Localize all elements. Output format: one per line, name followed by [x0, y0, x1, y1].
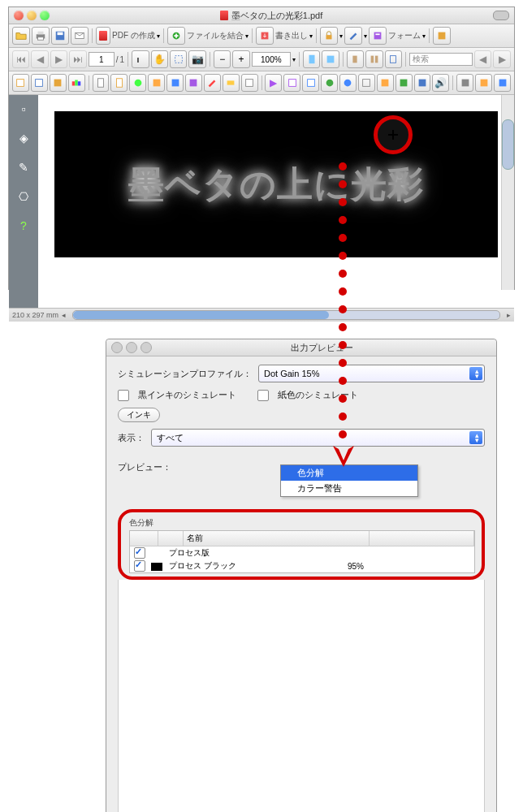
- t3-b12[interactable]: [223, 74, 240, 92]
- mail-button[interactable]: [71, 27, 89, 45]
- t3-b6[interactable]: [110, 74, 128, 92]
- save-button[interactable]: [51, 27, 69, 45]
- t3-b1[interactable]: [12, 74, 29, 92]
- table-row[interactable]: プロセス ブラック 95%: [130, 559, 474, 572]
- process-black-checkbox[interactable]: [134, 560, 145, 572]
- sign-icon[interactable]: ✎: [16, 160, 31, 175]
- help-icon[interactable]: ?: [16, 218, 31, 233]
- svg-rect-18: [391, 56, 396, 63]
- minimize-icon[interactable]: [27, 11, 37, 20]
- svg-rect-16: [370, 56, 374, 63]
- layers-icon[interactable]: ◈: [16, 131, 31, 145]
- view-button-3[interactable]: [385, 50, 402, 68]
- t3-b17[interactable]: [321, 74, 338, 92]
- t3-b3[interactable]: [50, 74, 67, 92]
- dropdown-color-warning[interactable]: カラー警告: [281, 481, 417, 496]
- t3-b18[interactable]: [339, 74, 357, 92]
- t3-b16[interactable]: [302, 74, 319, 92]
- svg-rect-2: [38, 37, 44, 41]
- svg-rect-14: [327, 56, 335, 63]
- svg-rect-24: [78, 81, 81, 85]
- select-tool-button[interactable]: I: [132, 50, 149, 68]
- t3-b9[interactable]: [166, 74, 184, 92]
- create-pdf-button[interactable]: [96, 27, 110, 45]
- t3-b4[interactable]: [68, 74, 85, 92]
- t3-b10[interactable]: [185, 74, 202, 92]
- t3-b24[interactable]: [456, 74, 473, 92]
- print-button[interactable]: [32, 27, 50, 45]
- paper-color-checkbox[interactable]: [257, 390, 269, 401]
- panel-minimize-icon[interactable]: [126, 342, 137, 353]
- prev-page-button[interactable]: ◀: [31, 50, 48, 68]
- t3-b22[interactable]: [414, 74, 431, 92]
- search-prev-button[interactable]: ◀: [474, 50, 491, 68]
- export-button[interactable]: [256, 27, 274, 45]
- svg-rect-42: [480, 80, 487, 87]
- search-next-button[interactable]: ▶: [493, 50, 510, 68]
- zoom-input[interactable]: [252, 52, 291, 67]
- sim-profile-select[interactable]: Dot Gain 15%▴▾: [258, 365, 485, 382]
- open-button[interactable]: [12, 27, 30, 45]
- t3-b21[interactable]: [395, 74, 413, 92]
- t3-b2[interactable]: [31, 74, 48, 92]
- fit-button-2[interactable]: [322, 50, 339, 68]
- t3-b15[interactable]: [283, 74, 300, 92]
- fit-button-1[interactable]: [303, 50, 320, 68]
- t3-b7[interactable]: [129, 74, 146, 92]
- extra-button[interactable]: [433, 27, 451, 45]
- lock-button[interactable]: [320, 27, 338, 45]
- t3-b13[interactable]: [241, 74, 258, 92]
- snapshot-button[interactable]: 📷: [188, 50, 205, 68]
- show-select[interactable]: すべて▴▾: [151, 429, 485, 447]
- panel-zoom-icon[interactable]: [140, 342, 152, 353]
- svg-rect-31: [227, 80, 235, 84]
- form-button[interactable]: [369, 27, 387, 45]
- t3-b5[interactable]: [93, 74, 110, 92]
- ink-button[interactable]: インキ: [118, 408, 160, 422]
- page-number-input[interactable]: [89, 52, 115, 67]
- t3-b14[interactable]: ▶: [265, 74, 282, 92]
- row-process-plate: プロセス版: [169, 547, 348, 559]
- first-page-button[interactable]: ⏮: [12, 50, 29, 68]
- t3-b19[interactable]: [358, 74, 375, 92]
- combine-button[interactable]: [167, 27, 185, 45]
- panel-close-icon[interactable]: [111, 342, 123, 353]
- svg-text:I: I: [136, 56, 138, 64]
- next-page-button[interactable]: ▶: [50, 50, 67, 68]
- table-row[interactable]: プロセス版: [130, 546, 474, 559]
- row-process-black: プロセス ブラック: [169, 560, 348, 572]
- hand-tool-button[interactable]: ✋: [151, 50, 168, 68]
- zoom-in-button[interactable]: +: [232, 50, 249, 68]
- t3-b25[interactable]: [475, 74, 492, 92]
- horizontal-scrollbar[interactable]: [72, 310, 500, 320]
- sign-button[interactable]: [344, 27, 362, 45]
- zoom-icon[interactable]: [40, 11, 50, 20]
- toolbar-toggle-icon[interactable]: [493, 11, 509, 20]
- view-button-2[interactable]: [365, 50, 383, 68]
- vertical-scrollbar[interactable]: [501, 95, 514, 290]
- svg-point-27: [134, 80, 141, 87]
- tag-icon[interactable]: ⎔: [16, 189, 31, 204]
- search-input[interactable]: [409, 53, 473, 66]
- view-button-1[interactable]: [347, 50, 364, 68]
- t3-b23[interactable]: 🔊: [432, 74, 449, 92]
- create-pdf-label: PDF の作成: [112, 30, 155, 41]
- black-ink-checkbox[interactable]: [118, 390, 129, 401]
- zoom-out-button[interactable]: −: [214, 50, 231, 68]
- t3-b8[interactable]: [148, 74, 165, 92]
- document-canvas[interactable]: 墨ベタの上に光彩: [38, 95, 514, 308]
- page-size: 210 x 297 mm: [12, 311, 58, 319]
- t3-b20[interactable]: [377, 74, 394, 92]
- toolbar-2: ⏮ ◀ ▶ ⏭ / 1 I ✋ 📷 − + ▾ ◀ ▶: [9, 48, 514, 71]
- marquee-tool-button[interactable]: [170, 50, 187, 68]
- t3-b26[interactable]: [494, 74, 511, 92]
- close-icon[interactable]: [14, 11, 24, 20]
- t3-b11[interactable]: [204, 74, 221, 92]
- sample-point-marker: [374, 115, 413, 154]
- content-area: ▫ ◈ ✎ ⎔ ? 墨ベタの上に光彩: [9, 95, 514, 308]
- svg-rect-7: [326, 35, 331, 39]
- process-plate-checkbox[interactable]: [134, 547, 145, 559]
- form-label: フォーム: [388, 30, 421, 41]
- last-page-button[interactable]: ⏭: [69, 50, 86, 68]
- pages-icon[interactable]: ▫: [16, 102, 31, 116]
